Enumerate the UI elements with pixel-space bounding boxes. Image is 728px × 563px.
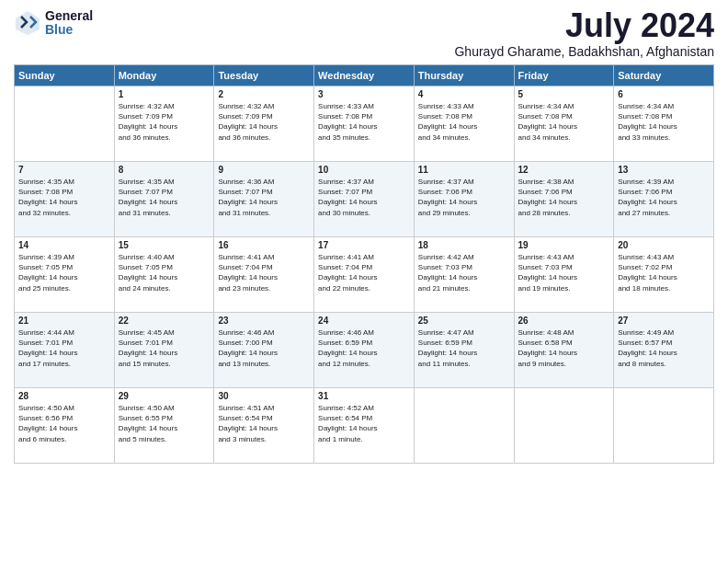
day-number: 19: [518, 240, 610, 250]
day-content: Sunrise: 4:46 AM Sunset: 6:59 PM Dayligh…: [318, 327, 410, 369]
day-content: Sunrise: 4:32 AM Sunset: 7:09 PM Dayligh…: [119, 101, 210, 143]
day-content: Sunrise: 4:34 AM Sunset: 7:08 PM Dayligh…: [618, 101, 710, 143]
day-number: 21: [18, 316, 110, 326]
table-row: 13Sunrise: 4:39 AM Sunset: 7:06 PM Dayli…: [614, 162, 714, 237]
day-number: 31: [318, 391, 410, 401]
calendar-week-row: 21Sunrise: 4:44 AM Sunset: 7:01 PM Dayli…: [15, 313, 714, 388]
calendar-header-row: Sunday Monday Tuesday Wednesday Thursday…: [15, 65, 714, 86]
table-row: 5Sunrise: 4:34 AM Sunset: 7:08 PM Daylig…: [514, 86, 614, 162]
header: General Blue July 2024 Ghurayd Gharame, …: [14, 9, 714, 59]
day-content: Sunrise: 4:32 AM Sunset: 7:09 PM Dayligh…: [218, 101, 310, 143]
logo: General Blue: [14, 9, 93, 38]
day-number: 24: [318, 316, 410, 326]
day-content: Sunrise: 4:48 AM Sunset: 6:58 PM Dayligh…: [518, 327, 610, 369]
day-content: Sunrise: 4:44 AM Sunset: 7:01 PM Dayligh…: [18, 327, 110, 369]
day-content: Sunrise: 4:45 AM Sunset: 7:01 PM Dayligh…: [119, 327, 210, 369]
day-content: Sunrise: 4:33 AM Sunset: 7:08 PM Dayligh…: [318, 101, 410, 143]
day-content: Sunrise: 4:35 AM Sunset: 7:07 PM Dayligh…: [119, 177, 210, 218]
day-number: 9: [218, 165, 310, 175]
day-content: Sunrise: 4:41 AM Sunset: 7:04 PM Dayligh…: [318, 252, 410, 293]
calendar-week-row: 1Sunrise: 4:32 AM Sunset: 7:09 PM Daylig…: [15, 86, 714, 162]
table-row: 31Sunrise: 4:52 AM Sunset: 6:54 PM Dayli…: [314, 388, 415, 464]
table-row: 2Sunrise: 4:32 AM Sunset: 7:09 PM Daylig…: [214, 86, 314, 162]
logo-text: General Blue: [45, 9, 93, 38]
day-number: 17: [318, 240, 410, 250]
day-content: Sunrise: 4:41 AM Sunset: 7:04 PM Dayligh…: [218, 252, 310, 293]
title-block: July 2024 Ghurayd Gharame, Badakhshan, A…: [454, 9, 714, 59]
day-number: 18: [418, 240, 510, 250]
day-number: 30: [218, 391, 310, 401]
day-number: 6: [618, 89, 710, 99]
day-content: Sunrise: 4:49 AM Sunset: 6:57 PM Dayligh…: [618, 327, 710, 369]
calendar-week-row: 7Sunrise: 4:35 AM Sunset: 7:08 PM Daylig…: [15, 162, 714, 237]
table-row: 12Sunrise: 4:38 AM Sunset: 7:06 PM Dayli…: [514, 162, 614, 237]
table-row: [614, 388, 714, 464]
col-friday: Friday: [514, 65, 614, 86]
col-wednesday: Wednesday: [314, 65, 415, 86]
table-row: 9Sunrise: 4:36 AM Sunset: 7:07 PM Daylig…: [214, 162, 314, 237]
table-row: [514, 388, 614, 464]
day-content: Sunrise: 4:51 AM Sunset: 6:54 PM Dayligh…: [218, 403, 310, 444]
location-subtitle: Ghurayd Gharame, Badakhshan, Afghanistan: [454, 44, 714, 59]
calendar-week-row: 14Sunrise: 4:39 AM Sunset: 7:05 PM Dayli…: [15, 237, 714, 313]
calendar-week-row: 28Sunrise: 4:50 AM Sunset: 6:56 PM Dayli…: [15, 388, 714, 464]
calendar-table: Sunday Monday Tuesday Wednesday Thursday…: [14, 64, 714, 464]
day-content: Sunrise: 4:40 AM Sunset: 7:05 PM Dayligh…: [119, 252, 210, 293]
table-row: 28Sunrise: 4:50 AM Sunset: 6:56 PM Dayli…: [15, 388, 115, 464]
day-number: 1: [119, 89, 210, 99]
day-number: 10: [318, 165, 410, 175]
table-row: 14Sunrise: 4:39 AM Sunset: 7:05 PM Dayli…: [15, 237, 115, 313]
day-number: 11: [418, 165, 510, 175]
table-row: 30Sunrise: 4:51 AM Sunset: 6:54 PM Dayli…: [214, 388, 314, 464]
day-content: Sunrise: 4:43 AM Sunset: 7:02 PM Dayligh…: [618, 252, 710, 293]
day-content: Sunrise: 4:33 AM Sunset: 7:08 PM Dayligh…: [418, 101, 510, 143]
table-row: [414, 388, 514, 464]
col-saturday: Saturday: [614, 65, 714, 86]
day-number: 8: [119, 165, 210, 175]
table-row: 11Sunrise: 4:37 AM Sunset: 7:06 PM Dayli…: [414, 162, 514, 237]
table-row: 24Sunrise: 4:46 AM Sunset: 6:59 PM Dayli…: [314, 313, 415, 388]
day-content: Sunrise: 4:39 AM Sunset: 7:06 PM Dayligh…: [618, 177, 710, 218]
day-number: 23: [218, 316, 310, 326]
day-number: 20: [618, 240, 710, 250]
table-row: [15, 86, 115, 162]
month-year-title: July 2024: [454, 9, 714, 42]
day-content: Sunrise: 4:46 AM Sunset: 7:00 PM Dayligh…: [218, 327, 310, 369]
table-row: 21Sunrise: 4:44 AM Sunset: 7:01 PM Dayli…: [15, 313, 115, 388]
day-number: 13: [618, 165, 710, 175]
table-row: 20Sunrise: 4:43 AM Sunset: 7:02 PM Dayli…: [614, 237, 714, 313]
day-content: Sunrise: 4:47 AM Sunset: 6:59 PM Dayligh…: [418, 327, 510, 369]
table-row: 26Sunrise: 4:48 AM Sunset: 6:58 PM Dayli…: [514, 313, 614, 388]
day-content: Sunrise: 4:50 AM Sunset: 6:56 PM Dayligh…: [18, 403, 110, 444]
col-tuesday: Tuesday: [214, 65, 314, 86]
day-number: 26: [518, 316, 610, 326]
table-row: 29Sunrise: 4:50 AM Sunset: 6:55 PM Dayli…: [114, 388, 214, 464]
table-row: 18Sunrise: 4:42 AM Sunset: 7:03 PM Dayli…: [414, 237, 514, 313]
day-number: 5: [518, 89, 610, 99]
day-content: Sunrise: 4:37 AM Sunset: 7:07 PM Dayligh…: [318, 177, 410, 218]
day-content: Sunrise: 4:39 AM Sunset: 7:05 PM Dayligh…: [18, 252, 110, 293]
day-number: 27: [618, 316, 710, 326]
table-row: 23Sunrise: 4:46 AM Sunset: 7:00 PM Dayli…: [214, 313, 314, 388]
table-row: 25Sunrise: 4:47 AM Sunset: 6:59 PM Dayli…: [414, 313, 514, 388]
day-number: 29: [119, 391, 210, 401]
table-row: 27Sunrise: 4:49 AM Sunset: 6:57 PM Dayli…: [614, 313, 714, 388]
table-row: 19Sunrise: 4:43 AM Sunset: 7:03 PM Dayli…: [514, 237, 614, 313]
table-row: 22Sunrise: 4:45 AM Sunset: 7:01 PM Dayli…: [114, 313, 214, 388]
table-row: 7Sunrise: 4:35 AM Sunset: 7:08 PM Daylig…: [15, 162, 115, 237]
table-row: 3Sunrise: 4:33 AM Sunset: 7:08 PM Daylig…: [314, 86, 415, 162]
day-content: Sunrise: 4:42 AM Sunset: 7:03 PM Dayligh…: [418, 252, 510, 293]
day-number: 28: [18, 391, 110, 401]
day-number: 22: [119, 316, 210, 326]
table-row: 1Sunrise: 4:32 AM Sunset: 7:09 PM Daylig…: [114, 86, 214, 162]
table-row: 17Sunrise: 4:41 AM Sunset: 7:04 PM Dayli…: [314, 237, 415, 313]
day-number: 4: [418, 89, 510, 99]
table-row: 8Sunrise: 4:35 AM Sunset: 7:07 PM Daylig…: [114, 162, 214, 237]
table-row: 4Sunrise: 4:33 AM Sunset: 7:08 PM Daylig…: [414, 86, 514, 162]
day-number: 16: [218, 240, 310, 250]
day-number: 14: [18, 240, 110, 250]
day-content: Sunrise: 4:52 AM Sunset: 6:54 PM Dayligh…: [318, 403, 410, 444]
col-sunday: Sunday: [15, 65, 115, 86]
logo-general-text: General: [45, 9, 93, 23]
page: General Blue July 2024 Ghurayd Gharame, …: [0, 0, 728, 563]
